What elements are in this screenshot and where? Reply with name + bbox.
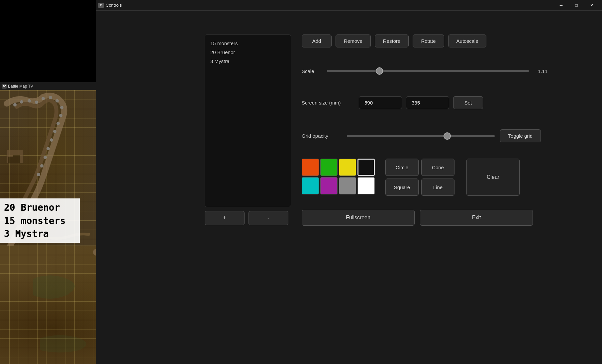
svg-point-9 bbox=[56, 122, 60, 125]
svg-point-2 bbox=[28, 99, 31, 103]
entity-buttons: + - bbox=[205, 211, 288, 225]
scale-value: 1.11 bbox=[534, 68, 548, 74]
controls-panel: 15 monsters 20 Bruenor 3 Mystra + - Add … bbox=[96, 11, 602, 364]
title-bar: ⚙ Controls ─ □ ✕ bbox=[96, 0, 602, 11]
color-swatch-cyan[interactable] bbox=[302, 177, 319, 194]
square-button[interactable]: Square bbox=[385, 179, 419, 196]
grid-opacity-thumb[interactable] bbox=[444, 132, 451, 140]
svg-point-12 bbox=[47, 147, 50, 150]
color-swatch-white-outline[interactable] bbox=[357, 159, 375, 176]
add-button[interactable]: Add bbox=[302, 35, 332, 47]
svg-rect-17 bbox=[8, 157, 13, 163]
toggle-grid-button[interactable]: Toggle grid bbox=[500, 129, 541, 142]
color-swatch-green[interactable] bbox=[320, 159, 338, 176]
fullscreen-button[interactable]: Fullscreen bbox=[302, 210, 415, 226]
grid-opacity-slider[interactable] bbox=[347, 132, 495, 140]
color-shape-area: Circle Cone Square Line Clear bbox=[302, 159, 520, 196]
grid-opacity-track bbox=[347, 135, 495, 137]
svg-point-6 bbox=[55, 99, 59, 103]
restore-button[interactable]: Restore bbox=[375, 35, 409, 47]
map-overlay-text: 20 Bruenor 15 monsters 3 Mystra bbox=[0, 198, 80, 243]
clear-button[interactable]: Clear bbox=[466, 159, 520, 196]
battle-map-titlebar: 🗺 Battle Map TV bbox=[0, 82, 96, 90]
app-icon: ⚙ bbox=[98, 3, 104, 8]
scale-thumb[interactable] bbox=[376, 67, 383, 75]
grid-opacity-row: Grid opacity Toggle grid bbox=[302, 129, 541, 142]
svg-point-1 bbox=[20, 100, 23, 104]
color-swatch-gray[interactable] bbox=[339, 177, 356, 194]
action-buttons: Add Remove Restore Rotate Autoscale bbox=[302, 35, 486, 47]
remove-entity-button[interactable]: - bbox=[249, 211, 288, 225]
overlay-line2: 15 monsters bbox=[4, 214, 76, 227]
scale-track bbox=[327, 70, 529, 72]
circle-button[interactable]: Circle bbox=[385, 159, 419, 176]
remove-button[interactable]: Remove bbox=[336, 35, 371, 47]
bottom-buttons: Fullscreen Exit bbox=[302, 210, 533, 226]
svg-point-13 bbox=[44, 156, 47, 159]
rotate-button[interactable]: Rotate bbox=[413, 35, 444, 47]
svg-point-5 bbox=[49, 96, 52, 99]
svg-point-8 bbox=[59, 114, 62, 117]
add-entity-button[interactable]: + bbox=[205, 211, 245, 225]
set-button[interactable]: Set bbox=[453, 96, 483, 109]
svg-point-4 bbox=[42, 97, 45, 100]
battle-map-icon: 🗺 bbox=[2, 84, 7, 89]
svg-point-10 bbox=[53, 130, 56, 133]
svg-point-3 bbox=[35, 101, 38, 104]
svg-point-14 bbox=[40, 164, 44, 168]
battle-map-image: 20 Bruenor 15 monsters 3 Mystra bbox=[0, 90, 96, 256]
svg-point-15 bbox=[37, 173, 40, 176]
overlay-line3: 3 Mystra bbox=[4, 227, 76, 240]
close-button[interactable]: ✕ bbox=[584, 0, 599, 11]
screen-height-input[interactable] bbox=[406, 96, 449, 109]
minimize-button[interactable]: ─ bbox=[553, 0, 569, 11]
overlay-line1: 20 Bruenor bbox=[4, 201, 76, 214]
maximize-button[interactable]: □ bbox=[569, 0, 584, 11]
autoscale-button[interactable]: Autoscale bbox=[448, 35, 487, 47]
color-swatch-purple[interactable] bbox=[320, 177, 338, 194]
color-swatch-yellow[interactable] bbox=[339, 159, 356, 176]
color-swatch-orange[interactable] bbox=[302, 159, 319, 176]
entity-list: 15 monsters 20 Bruenor 3 Mystra bbox=[205, 35, 291, 207]
line-button[interactable]: Line bbox=[421, 179, 454, 196]
shape-buttons: Circle Cone Square Line bbox=[385, 159, 454, 196]
scale-row: Scale 1.11 bbox=[302, 67, 548, 75]
exit-button[interactable]: Exit bbox=[420, 210, 533, 226]
svg-point-0 bbox=[13, 103, 17, 107]
svg-point-11 bbox=[50, 138, 53, 142]
cone-button[interactable]: Cone bbox=[421, 159, 454, 176]
screen-size-row: Screen size (mm) Set bbox=[302, 96, 483, 109]
window-title: Controls bbox=[106, 3, 553, 8]
entity-item: 3 Mystra bbox=[210, 57, 285, 66]
screen-width-input[interactable] bbox=[359, 96, 402, 109]
scale-label: Scale bbox=[302, 68, 322, 74]
svg-rect-18 bbox=[13, 155, 20, 163]
scale-slider[interactable] bbox=[327, 67, 529, 75]
grid-opacity-label: Grid opacity bbox=[302, 133, 342, 139]
screen-size-label: Screen size (mm) bbox=[302, 100, 355, 106]
svg-point-7 bbox=[60, 106, 63, 109]
battle-map-title-text: Battle Map TV bbox=[8, 84, 33, 89]
color-grid bbox=[302, 159, 375, 194]
entity-item: 15 monsters bbox=[210, 39, 285, 48]
window-controls: ─ □ ✕ bbox=[553, 0, 599, 11]
color-swatch-white[interactable] bbox=[357, 177, 375, 194]
entity-item: 20 Bruenor bbox=[210, 48, 285, 57]
